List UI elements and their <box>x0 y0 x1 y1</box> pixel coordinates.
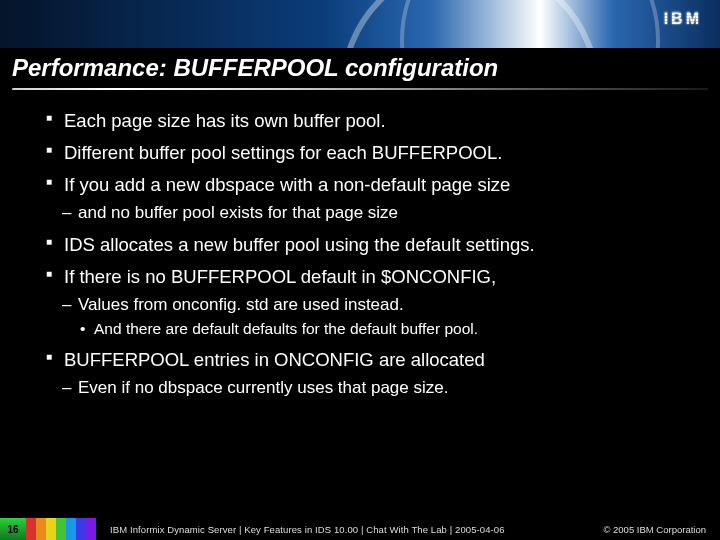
page-number: 16 <box>0 518 26 540</box>
slide: IBM Performance: BUFFERPOOL configuratio… <box>0 0 720 540</box>
slide-title: Performance: BUFFERPOOL configuration <box>0 48 720 86</box>
footer-text: IBM Informix Dynamic Server | Key Featur… <box>96 524 603 535</box>
bullet-l1: If there is no BUFFERPOOL default in $ON… <box>46 265 694 288</box>
bullet-l3: And there are default defaults for the d… <box>80 319 694 338</box>
rainbow-icon <box>26 518 96 540</box>
ibm-logo-icon: IBM <box>664 10 702 28</box>
bullet-l1: If you add a new dbspace with a non-defa… <box>46 173 694 196</box>
banner-decor-icon <box>400 0 660 48</box>
slide-body: Each page size has its own buffer pool. … <box>0 90 720 398</box>
bullet-l1: Different buffer pool settings for each … <box>46 141 694 164</box>
bullet-l1: IDS allocates a new buffer pool using th… <box>46 233 694 256</box>
bullet-l1: Each page size has its own buffer pool. <box>46 109 694 132</box>
footer-copyright: © 2005 IBM Corporation <box>603 524 720 535</box>
bullet-l2: Even if no dbspace currently uses that p… <box>62 377 694 398</box>
bullet-l2: and no buffer pool exists for that page … <box>62 202 694 223</box>
banner: IBM <box>0 0 720 48</box>
bullet-l1: BUFFERPOOL entries in ONCONFIG are alloc… <box>46 348 694 371</box>
footer: 16 IBM Informix Dynamic Server | Key Fea… <box>0 518 720 540</box>
bullet-l2: Values from onconfig. std are used inste… <box>62 294 694 315</box>
